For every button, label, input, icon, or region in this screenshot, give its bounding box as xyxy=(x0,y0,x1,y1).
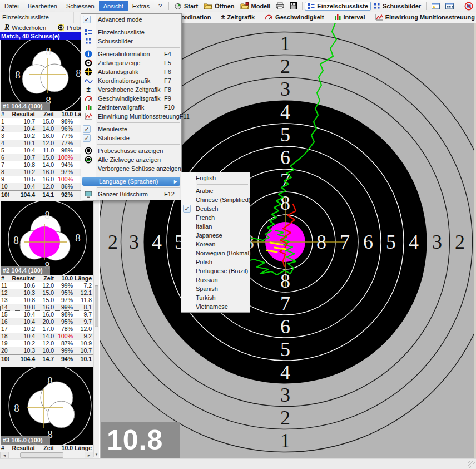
scroll-left-arrow[interactable]: ◄ xyxy=(1,452,9,458)
table-row[interactable]: 1010.412.086%8 xyxy=(0,183,93,190)
menu-item-menuleiste[interactable]: ✓ Menüleiste xyxy=(81,125,181,134)
menu-item-geschwindigkeitsgrafik[interactable]: GeschwindigkeitsgrafikF9 xyxy=(81,94,181,103)
table-row[interactable]: 710.814.094%8 xyxy=(0,161,93,169)
table-row[interactable]: 2010.310.099%10.7 xyxy=(0,347,93,354)
interval-button[interactable]: Interval xyxy=(333,13,366,21)
menu-item-generalinformation[interactable]: GeneralinformationF4 xyxy=(81,50,181,58)
shot-pictures-toggle[interactable]: Schussbilder xyxy=(371,2,424,11)
svg-text:8: 8 xyxy=(14,402,19,414)
shot-group-thumbnail-1[interactable]: 8 8 8 8 #1 104.4 (100) xyxy=(1,40,93,111)
svg-text:6: 6 xyxy=(280,146,290,169)
shot-table-3: #Resultat Zeit10.0 Länge xyxy=(0,445,93,452)
shot-group-thumbnail-2[interactable]: 8 8 8 8 #2 104.4 (100) xyxy=(1,201,93,275)
open-button[interactable]: Öffnen xyxy=(201,1,237,11)
print-button[interactable] xyxy=(273,1,287,11)
plus-minus-icon: ± xyxy=(83,86,93,94)
menu-item-schussbilder[interactable]: Schussbilder xyxy=(81,37,181,46)
scroll-down-arrow[interactable]: ▼ xyxy=(94,452,99,457)
table-row[interactable]: 1510.416.098%9.7 xyxy=(0,311,93,318)
menu-item-language-option[interactable]: ✓ Arabic xyxy=(181,186,250,195)
menu-item-language-option[interactable]: ✓ Polish xyxy=(181,258,250,266)
divider xyxy=(426,2,427,10)
menu-item-language-option[interactable]: ✓ Korean xyxy=(181,240,250,249)
table-row[interactable]: 1910.212.087%10.9 xyxy=(0,340,93,347)
menu-item-language-option[interactable]: ✓ Italian xyxy=(181,222,250,231)
menu-extras[interactable]: Extras xyxy=(128,1,154,11)
scroll-right-arrow[interactable]: ► xyxy=(85,452,93,458)
table-row[interactable]: 510.411.098%10 xyxy=(0,147,93,154)
table-row[interactable]: 810.216.097%9 xyxy=(0,169,93,176)
menu-separator xyxy=(97,175,180,175)
menu-datei[interactable]: Datei xyxy=(0,1,23,11)
table-row[interactable]: 1610.420.095%9.7 xyxy=(0,318,93,325)
speed-button[interactable]: Geschwindigkeit xyxy=(264,13,325,21)
checkmark-icon: ✓ xyxy=(83,16,91,23)
menu-item-language-option[interactable]: ✓ French xyxy=(181,213,250,222)
resize-grip[interactable] xyxy=(468,461,475,468)
menu-item-einwirkung-munitionsstreuung[interactable]: Einwirkung MunitionsstreuungF11 xyxy=(81,112,181,121)
app-window: Datei Bearbeiten Schiessen Ansicht Extra… xyxy=(0,0,476,469)
repeat-button[interactable]: R Wiederholen xyxy=(2,23,49,32)
menu-item-language-option[interactable]: ✓ Chinese (Simplified) xyxy=(181,195,250,204)
menu-separator xyxy=(197,184,248,185)
scrollbar-thumb[interactable] xyxy=(20,452,63,458)
menu-item-ganzer-bildschirm[interactable]: Ganzer BildschirmF12 xyxy=(81,190,181,199)
menu-help[interactable]: ? xyxy=(154,1,166,11)
menu-item-language-option[interactable]: ✓ Deutsch xyxy=(181,204,250,213)
svg-text:2: 2 xyxy=(108,231,118,253)
menu-item-verborgene-schuesse-anzeigen[interactable]: Verborgene Schüsse anzeigen xyxy=(81,164,181,173)
menu-ansicht[interactable]: Ansicht xyxy=(99,1,128,11)
menu-item-probeschuesse-anzeigen[interactable]: Probeschüsse anzeigen xyxy=(81,146,181,155)
ammo-spread-button[interactable]: Einwirkung Munitionsstreuung xyxy=(374,13,476,21)
start-button[interactable]: Start xyxy=(171,1,201,11)
scrollbar-track[interactable] xyxy=(9,452,85,458)
svg-text:6: 6 xyxy=(280,315,290,338)
model-button[interactable]: Modell xyxy=(237,1,274,11)
menu-item-koordinationsgrafik[interactable]: KoordinationsgrafikF7 xyxy=(81,76,181,85)
menu-item-zielweganzeige[interactable]: ZielweganzeigeF5 xyxy=(81,58,181,67)
menu-item-language-option[interactable]: ✓ Spanish xyxy=(181,284,250,293)
save-button[interactable] xyxy=(287,1,300,11)
window-settings-button[interactable] xyxy=(429,2,443,11)
menu-item-einzelschussliste[interactable]: Einzelschussliste xyxy=(81,28,181,37)
window-layout-button[interactable] xyxy=(443,2,457,11)
menu-item-alle-zielwege-anzeigen[interactable]: Alle Zielwege anzeigen xyxy=(81,155,181,164)
table-row[interactable]: 410.112.077%9 xyxy=(0,140,93,147)
menu-schiessen[interactable]: Schiessen xyxy=(62,1,99,11)
svg-text:3: 3 xyxy=(280,78,290,100)
table-row[interactable]: 1310.815.097%11.8 xyxy=(0,297,93,304)
svg-text:1: 1 xyxy=(280,429,290,452)
menu-item-language-option[interactable]: ✓ Norwegian (Bokmal) xyxy=(181,249,250,258)
scrollbar-thumb[interactable] xyxy=(95,285,98,327)
last-shot-score: 10.8 xyxy=(101,422,180,459)
menu-item-language-option[interactable]: ✓ English xyxy=(181,174,250,182)
table-row[interactable]: 1810.414.0100%9.2 xyxy=(0,333,93,340)
menu-item-verschobene-zeitgrafik[interactable]: ± Verschobene ZeitgrafikF8 xyxy=(81,85,181,94)
shot-group-thumbnail-3[interactable]: 8 8 8 #3 105.0 (100) xyxy=(1,367,93,445)
table-row[interactable]: 610.715.0100%8 xyxy=(0,154,93,161)
table-row[interactable]: 1210.315.095%12.1 xyxy=(0,289,93,297)
menu-item-advanced-mode[interactable]: ✓ Advanced mode xyxy=(81,15,181,24)
table-row[interactable]: 110.715.098%10 xyxy=(0,118,93,125)
table-row[interactable]: 310.216.077%8 xyxy=(0,132,93,140)
menu-item-statusleiste[interactable]: ✓ Statusleiste xyxy=(81,134,181,142)
table-row[interactable]: 1710.217.078%12.0 xyxy=(0,325,93,333)
table-row[interactable]: 210.414.096%8 xyxy=(0,125,93,132)
menu-item-language-option[interactable]: ✓ Vietnamese xyxy=(181,302,250,311)
menu-item-language[interactable]: Language (Sprachen)▶ xyxy=(82,177,180,186)
table-row[interactable]: 910.516.0100%8 xyxy=(0,176,93,183)
menu-bearbeiten[interactable]: Bearbeiten xyxy=(23,1,62,11)
horizontal-scrollbar[interactable]: ◄ ► xyxy=(0,452,93,458)
table-row[interactable]: 1410.816.099%8.1 xyxy=(0,304,93,311)
menu-item-language-option[interactable]: ✓ Japanese xyxy=(181,231,250,240)
time-graph-button[interactable]: ± Zeitgrafik xyxy=(220,13,256,21)
menu-item-abstandsgrafik[interactable]: AbstandsgrafikF6 xyxy=(81,67,181,76)
menu-item-zeitintervallgrafik[interactable]: ZeitintervallgrafikF10 xyxy=(81,103,181,112)
menu-item-language-option[interactable]: ✓ Portuguese (Brazil) xyxy=(181,266,250,275)
menu-item-language-option[interactable]: ✓ Russian xyxy=(181,275,250,284)
no-device-button[interactable] xyxy=(462,1,476,12)
svg-text:3: 3 xyxy=(432,231,442,253)
single-shot-list-toggle[interactable]: Einzelschussliste xyxy=(305,2,371,11)
table-row[interactable]: 1110.612.099%7.2 xyxy=(0,282,93,289)
menu-item-language-option[interactable]: ✓ Turkish xyxy=(181,293,250,302)
